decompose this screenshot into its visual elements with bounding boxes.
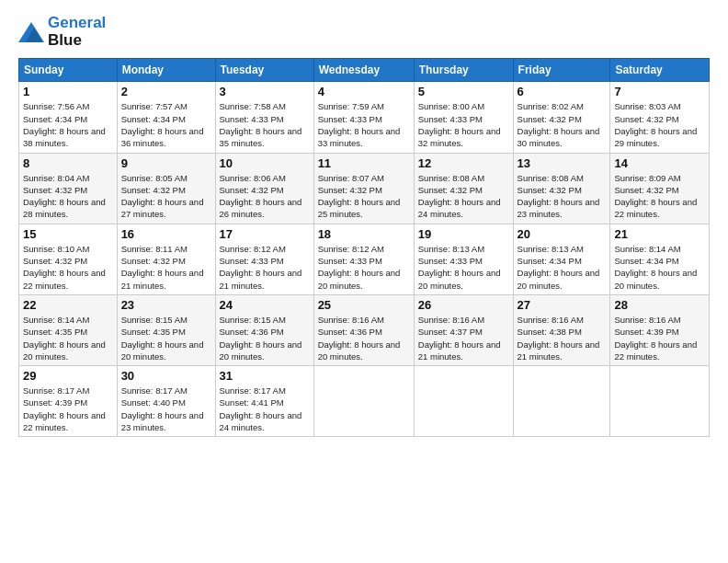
sunrise-label: Sunrise: 8:04 AM bbox=[23, 173, 89, 183]
day-number: 8 bbox=[23, 156, 113, 170]
sunset-label: Sunset: 4:33 PM bbox=[318, 256, 382, 266]
day-cell: 27 Sunrise: 8:16 AM Sunset: 4:38 PM Dayl… bbox=[513, 294, 610, 365]
day-info: Sunrise: 8:00 AM Sunset: 4:33 PM Dayligh… bbox=[418, 100, 509, 149]
calendar-table: Sunday Monday Tuesday Wednesday Thursday… bbox=[18, 58, 710, 437]
day-info: Sunrise: 8:17 AM Sunset: 4:40 PM Dayligh… bbox=[121, 385, 211, 433]
sunrise-label: Sunrise: 8:13 AM bbox=[518, 244, 584, 254]
daylight-label: Daylight: 8 hours and 26 minutes. bbox=[220, 197, 302, 219]
day-cell: 13 Sunrise: 8:08 AM Sunset: 4:32 PM Dayl… bbox=[513, 153, 610, 224]
day-number: 21 bbox=[614, 227, 705, 241]
header-wednesday: Wednesday bbox=[313, 59, 414, 82]
day-cell: 24 Sunrise: 8:15 AM Sunset: 4:36 PM Dayl… bbox=[215, 294, 313, 365]
sunset-label: Sunset: 4:40 PM bbox=[121, 397, 186, 408]
day-number: 5 bbox=[418, 85, 509, 98]
sunset-label: Sunset: 4:32 PM bbox=[220, 185, 284, 195]
sunset-label: Sunset: 4:32 PM bbox=[518, 114, 582, 124]
sunset-label: Sunset: 4:32 PM bbox=[23, 185, 87, 195]
sunrise-label: Sunrise: 8:06 AM bbox=[220, 173, 286, 183]
day-cell: 2 Sunrise: 7:57 AM Sunset: 4:34 PM Dayli… bbox=[117, 82, 215, 153]
day-cell: 7 Sunrise: 8:03 AM Sunset: 4:32 PM Dayli… bbox=[610, 82, 710, 153]
day-cell: 11 Sunrise: 8:07 AM Sunset: 4:32 PM Dayl… bbox=[313, 153, 414, 224]
week-row-1: 1 Sunrise: 7:56 AM Sunset: 4:34 PM Dayli… bbox=[19, 82, 710, 153]
sunrise-label: Sunrise: 8:17 AM bbox=[220, 385, 286, 396]
day-info: Sunrise: 8:06 AM Sunset: 4:32 PM Dayligh… bbox=[220, 172, 310, 221]
sunrise-label: Sunrise: 8:12 AM bbox=[318, 244, 384, 254]
daylight-label: Daylight: 8 hours and 22 minutes. bbox=[614, 339, 697, 362]
day-info: Sunrise: 8:05 AM Sunset: 4:32 PM Dayligh… bbox=[121, 172, 211, 221]
sunrise-label: Sunrise: 8:16 AM bbox=[614, 315, 680, 325]
sunset-label: Sunset: 4:36 PM bbox=[220, 327, 284, 337]
day-number: 27 bbox=[518, 298, 607, 312]
day-number: 19 bbox=[418, 227, 509, 241]
sunrise-label: Sunrise: 8:07 AM bbox=[318, 173, 384, 183]
sunset-label: Sunset: 4:32 PM bbox=[418, 185, 483, 195]
sunrise-label: Sunrise: 8:16 AM bbox=[418, 315, 484, 325]
day-number: 30 bbox=[121, 369, 211, 383]
day-number: 10 bbox=[220, 156, 310, 170]
sunset-label: Sunset: 4:32 PM bbox=[318, 185, 382, 195]
day-cell: 8 Sunrise: 8:04 AM Sunset: 4:32 PM Dayli… bbox=[19, 153, 118, 224]
sunset-label: Sunset: 4:32 PM bbox=[121, 185, 186, 195]
day-cell: 18 Sunrise: 8:12 AM Sunset: 4:33 PM Dayl… bbox=[313, 224, 414, 294]
day-info: Sunrise: 8:09 AM Sunset: 4:32 PM Dayligh… bbox=[614, 172, 705, 221]
sunset-label: Sunset: 4:35 PM bbox=[121, 327, 186, 337]
weekday-header-row: Sunday Monday Tuesday Wednesday Thursday… bbox=[19, 59, 710, 82]
day-cell: 19 Sunrise: 8:13 AM Sunset: 4:33 PM Dayl… bbox=[414, 224, 513, 294]
sunrise-label: Sunrise: 7:56 AM bbox=[23, 101, 89, 111]
day-cell: 23 Sunrise: 8:15 AM Sunset: 4:35 PM Dayl… bbox=[117, 294, 215, 365]
day-info: Sunrise: 8:12 AM Sunset: 4:33 PM Dayligh… bbox=[220, 243, 310, 292]
day-cell: 17 Sunrise: 8:12 AM Sunset: 4:33 PM Dayl… bbox=[215, 224, 313, 294]
header-tuesday: Tuesday bbox=[215, 59, 313, 82]
generalblue-icon bbox=[18, 22, 44, 42]
sunset-label: Sunset: 4:32 PM bbox=[614, 114, 678, 124]
daylight-label: Daylight: 8 hours and 20 minutes. bbox=[318, 268, 401, 290]
day-cell: 29 Sunrise: 8:17 AM Sunset: 4:39 PM Dayl… bbox=[19, 366, 118, 437]
day-number: 18 bbox=[318, 227, 410, 241]
daylight-label: Daylight: 8 hours and 33 minutes. bbox=[318, 126, 401, 148]
daylight-label: Daylight: 8 hours and 30 minutes. bbox=[518, 126, 600, 148]
header-monday: Monday bbox=[117, 59, 215, 82]
day-info: Sunrise: 8:12 AM Sunset: 4:33 PM Dayligh… bbox=[318, 243, 410, 292]
sunrise-label: Sunrise: 8:05 AM bbox=[121, 173, 188, 183]
week-row-4: 22 Sunrise: 8:14 AM Sunset: 4:35 PM Dayl… bbox=[19, 294, 710, 365]
day-info: Sunrise: 8:14 AM Sunset: 4:35 PM Dayligh… bbox=[23, 314, 113, 362]
day-info: Sunrise: 8:04 AM Sunset: 4:32 PM Dayligh… bbox=[23, 172, 113, 221]
day-number: 22 bbox=[23, 298, 113, 312]
sunset-label: Sunset: 4:34 PM bbox=[614, 256, 678, 266]
daylight-label: Daylight: 8 hours and 20 minutes. bbox=[518, 268, 600, 290]
header-friday: Friday bbox=[513, 59, 610, 82]
daylight-label: Daylight: 8 hours and 28 minutes. bbox=[23, 197, 106, 219]
daylight-label: Daylight: 8 hours and 27 minutes. bbox=[121, 197, 204, 219]
daylight-label: Daylight: 8 hours and 22 minutes. bbox=[23, 268, 106, 290]
daylight-label: Daylight: 8 hours and 21 minutes. bbox=[518, 339, 600, 362]
day-cell: 12 Sunrise: 8:08 AM Sunset: 4:32 PM Dayl… bbox=[414, 153, 513, 224]
daylight-label: Daylight: 8 hours and 22 minutes. bbox=[614, 197, 697, 219]
day-cell: 9 Sunrise: 8:05 AM Sunset: 4:32 PM Dayli… bbox=[117, 153, 215, 224]
sunset-label: Sunset: 4:32 PM bbox=[518, 185, 582, 195]
sunrise-label: Sunrise: 7:58 AM bbox=[220, 101, 286, 111]
daylight-label: Daylight: 8 hours and 32 minutes. bbox=[418, 126, 501, 148]
day-number: 3 bbox=[220, 85, 310, 98]
daylight-label: Daylight: 8 hours and 24 minutes. bbox=[220, 410, 302, 432]
day-number: 14 bbox=[614, 156, 705, 170]
sunrise-label: Sunrise: 8:17 AM bbox=[121, 385, 188, 396]
day-number: 15 bbox=[23, 227, 113, 241]
daylight-label: Daylight: 8 hours and 25 minutes. bbox=[318, 197, 401, 219]
sunset-label: Sunset: 4:33 PM bbox=[418, 114, 483, 124]
day-info: Sunrise: 8:07 AM Sunset: 4:32 PM Dayligh… bbox=[318, 172, 410, 221]
daylight-label: Daylight: 8 hours and 20 minutes. bbox=[418, 268, 501, 290]
sunrise-label: Sunrise: 7:59 AM bbox=[318, 101, 384, 111]
header-sunday: Sunday bbox=[19, 59, 118, 82]
day-cell bbox=[414, 366, 513, 437]
day-cell bbox=[610, 366, 710, 437]
sunrise-label: Sunrise: 7:57 AM bbox=[121, 101, 188, 111]
day-cell: 31 Sunrise: 8:17 AM Sunset: 4:41 PM Dayl… bbox=[215, 366, 313, 437]
sunrise-label: Sunrise: 8:16 AM bbox=[518, 315, 584, 325]
day-cell: 10 Sunrise: 8:06 AM Sunset: 4:32 PM Dayl… bbox=[215, 153, 313, 224]
page: General Blue Sunday Monday Tuesday Wedne… bbox=[0, 0, 728, 446]
day-info: Sunrise: 8:16 AM Sunset: 4:39 PM Dayligh… bbox=[614, 314, 705, 362]
daylight-label: Daylight: 8 hours and 20 minutes. bbox=[23, 339, 106, 362]
day-cell: 4 Sunrise: 7:59 AM Sunset: 4:33 PM Dayli… bbox=[313, 82, 414, 153]
day-cell: 30 Sunrise: 8:17 AM Sunset: 4:40 PM Dayl… bbox=[117, 366, 215, 437]
day-info: Sunrise: 8:03 AM Sunset: 4:32 PM Dayligh… bbox=[614, 100, 705, 149]
